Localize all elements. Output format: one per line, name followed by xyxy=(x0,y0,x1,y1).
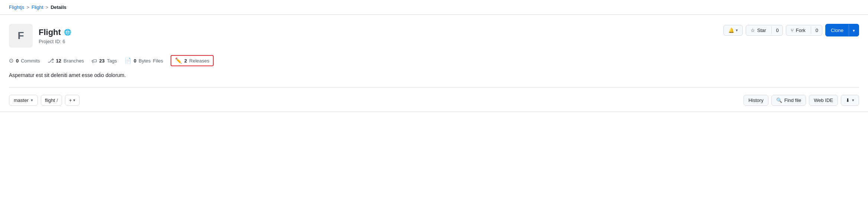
branch-chevron-icon: ▾ xyxy=(31,98,33,103)
path-segment: flight / xyxy=(41,95,62,106)
add-file-button[interactable]: + ▾ xyxy=(65,95,80,106)
fork-button-group: ⑂ Fork 0 xyxy=(786,25,822,36)
releases-icon: ✏️ xyxy=(175,57,182,64)
branches-count: 12 xyxy=(56,58,61,64)
files-count: 0 xyxy=(134,58,136,64)
stats-row: ⊙ 0 Commits ⎇ 12 Branches 🏷 23 Tags 📄 0 … xyxy=(9,55,859,66)
star-divider xyxy=(771,26,772,34)
commits-stat[interactable]: ⊙ 0 Commits xyxy=(9,57,40,64)
notification-button[interactable]: 🔔 ▾ xyxy=(723,25,743,36)
tags-label: Tags xyxy=(107,58,117,64)
breadcrumb-sep-1: > xyxy=(26,4,29,10)
web-ide-button[interactable]: Web IDE xyxy=(809,95,838,106)
repo-name-row: Flight 🌐 xyxy=(39,28,71,37)
fork-label: Fork xyxy=(796,28,806,33)
star-label: Star xyxy=(757,28,766,33)
star-button[interactable]: ☆ Star xyxy=(746,25,771,35)
branch-toolbar: master ▾ flight / + ▾ History 🔍 Find fil… xyxy=(9,95,859,112)
avatar: F xyxy=(9,24,33,48)
files-label: Files xyxy=(153,58,163,64)
tags-icon: 🏷 xyxy=(91,58,97,64)
breadcrumb-org-link[interactable]: Flightjs xyxy=(9,4,24,10)
tags-count: 23 xyxy=(99,58,104,64)
breadcrumb: Flightjs > Flight > Details xyxy=(0,0,868,15)
breadcrumb-current: Details xyxy=(51,4,67,10)
commits-label: Commits xyxy=(21,58,40,64)
path-name: flight xyxy=(45,97,55,103)
breadcrumb-sep-2: > xyxy=(46,4,49,10)
download-chevron-icon: ▾ xyxy=(852,98,854,103)
clone-button[interactable]: Clone xyxy=(826,25,849,35)
clone-label: Clone xyxy=(831,28,843,33)
repo-header: F Flight 🌐 Project ID: 6 🔔 ▾ ☆ Star xyxy=(9,24,859,48)
star-button-group: ☆ Star 0 xyxy=(746,25,783,36)
project-id: Project ID: 6 xyxy=(39,39,71,44)
commits-count: 0 xyxy=(16,58,19,64)
star-count[interactable]: 0 xyxy=(773,25,783,35)
branches-label: Branches xyxy=(64,58,84,64)
download-button[interactable]: ⬇ ▾ xyxy=(841,95,859,106)
bottom-divider xyxy=(0,112,868,112)
star-icon: ☆ xyxy=(751,28,755,33)
path-sep: / xyxy=(56,97,58,103)
find-file-button[interactable]: 🔍 Find file xyxy=(771,95,806,106)
branches-icon: ⎇ xyxy=(48,57,54,64)
plus-icon: + xyxy=(69,97,72,103)
breadcrumb-repo-link[interactable]: Flight xyxy=(32,4,43,10)
branch-name: master xyxy=(14,97,29,103)
fork-count[interactable]: 0 xyxy=(812,25,822,35)
branch-left: master ▾ flight / + ▾ xyxy=(9,95,80,106)
bell-icon: 🔔 xyxy=(728,28,734,33)
repo-identity: F Flight 🌐 Project ID: 6 xyxy=(9,24,71,48)
files-size: Bytes xyxy=(139,58,151,64)
search-icon: 🔍 xyxy=(776,97,782,103)
files-icon: 📄 xyxy=(124,57,132,64)
chevron-down-icon: ▾ xyxy=(853,28,855,33)
branch-right: History 🔍 Find file Web IDE ⬇ ▾ xyxy=(744,95,859,106)
releases-count: 2 xyxy=(184,58,187,64)
repo-name: Flight xyxy=(39,28,61,37)
section-divider xyxy=(9,87,859,87)
chevron-down-icon: ▾ xyxy=(736,28,738,33)
repo-info: Flight 🌐 Project ID: 6 xyxy=(39,28,71,44)
files-stat[interactable]: 📄 0 Bytes Files xyxy=(124,57,163,64)
branch-selector[interactable]: master ▾ xyxy=(9,95,38,106)
releases-stat[interactable]: ✏️ 2 Releases xyxy=(171,55,214,66)
fork-button[interactable]: ⑂ Fork xyxy=(786,25,810,35)
clone-button-group: Clone ▾ xyxy=(825,24,859,36)
fork-divider xyxy=(811,26,811,34)
commits-icon: ⊙ xyxy=(9,57,14,64)
add-chevron-icon: ▾ xyxy=(73,98,75,103)
repo-actions: 🔔 ▾ ☆ Star 0 ⑂ Fork 0 xyxy=(723,24,859,36)
globe-icon: 🌐 xyxy=(64,29,71,36)
history-button[interactable]: History xyxy=(744,95,768,106)
tags-stat[interactable]: 🏷 23 Tags xyxy=(91,58,117,64)
releases-label: Releases xyxy=(189,58,209,64)
repo-description: Aspernatur est sit deleniti amet esse od… xyxy=(9,72,859,78)
download-icon: ⬇ xyxy=(846,97,850,103)
clone-dropdown-button[interactable]: ▾ xyxy=(849,25,859,35)
find-file-label: Find file xyxy=(784,97,801,103)
branches-stat[interactable]: ⎇ 12 Branches xyxy=(48,57,84,64)
fork-icon: ⑂ xyxy=(791,28,794,33)
